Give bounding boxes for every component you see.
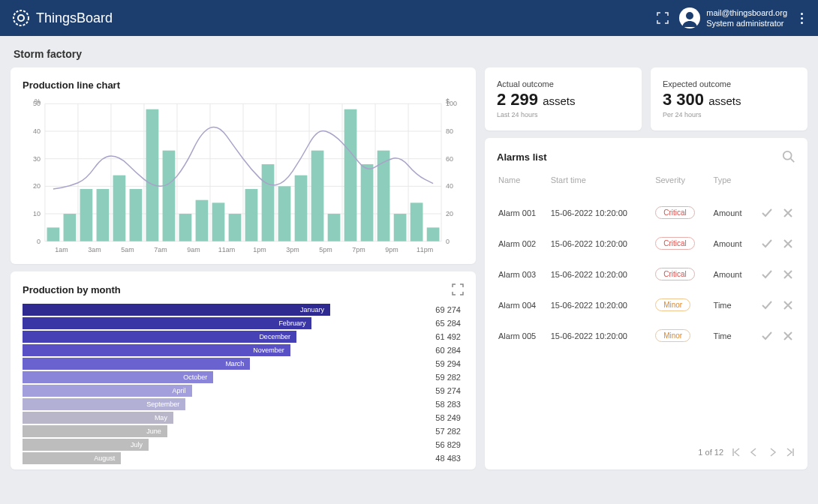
alarm-type: Amount — [714, 260, 759, 289]
svg-rect-54 — [328, 214, 341, 242]
alarm-name: Alarm 004 — [498, 290, 549, 320]
prod-month-row: February65 284 — [23, 316, 464, 330]
alarms-pager: 1 of 12 — [497, 438, 795, 458]
expand-icon[interactable] — [452, 284, 464, 296]
alarm-type: Time — [714, 290, 759, 320]
line-chart-title: Production line chart — [23, 80, 464, 91]
svg-text:3pm: 3pm — [286, 246, 299, 254]
svg-text:1am: 1am — [55, 246, 68, 254]
ack-icon[interactable] — [761, 207, 773, 219]
close-icon[interactable] — [782, 238, 794, 250]
alarm-start: 15-06-2022 10:20:00 — [551, 229, 654, 258]
prod-month-value: 60 284 — [330, 346, 464, 355]
prod-month-row: June57 282 — [23, 424, 464, 438]
ack-icon[interactable] — [761, 299, 773, 311]
svg-text:40: 40 — [446, 182, 453, 190]
svg-text:3am: 3am — [88, 246, 101, 254]
fullscreen-icon[interactable] — [657, 12, 669, 24]
expected-outcome-unit: assets — [708, 94, 741, 107]
production-month-title: Production by month — [23, 284, 452, 296]
expected-outcome-value: 3 300 — [663, 90, 704, 109]
svg-text:20: 20 — [33, 182, 41, 190]
alarm-name: Alarm 002 — [498, 229, 549, 258]
ack-icon[interactable] — [761, 330, 773, 342]
svg-point-73 — [783, 152, 792, 160]
svg-text:60: 60 — [446, 155, 453, 163]
prod-month-value: 58 249 — [330, 413, 464, 422]
prod-month-bar: May — [23, 412, 173, 424]
alarm-row[interactable]: Alarm 00115-06-2022 10:20:00CriticalAmou… — [498, 198, 794, 227]
prod-month-value: 69 274 — [330, 305, 464, 314]
svg-rect-41 — [113, 176, 126, 242]
alarms-title: Alarms list — [497, 152, 782, 163]
prod-month-bar: June — [23, 425, 167, 437]
col-type: Type — [714, 176, 759, 196]
alarm-start: 15-06-2022 10:20:00 — [551, 290, 654, 320]
thingsboard-icon — [12, 9, 30, 27]
ack-icon[interactable] — [761, 238, 773, 250]
prod-month-bar: October — [23, 371, 213, 383]
close-icon[interactable] — [782, 330, 794, 342]
prod-month-row: March59 294 — [23, 357, 464, 370]
pager-first-icon[interactable] — [731, 447, 741, 458]
avatar-icon — [679, 8, 700, 28]
svg-rect-51 — [278, 186, 291, 241]
alarm-row[interactable]: Alarm 00515-06-2022 10:20:00MinorTime — [498, 321, 794, 350]
svg-rect-40 — [97, 189, 110, 242]
pager-prev-icon[interactable] — [749, 447, 759, 458]
alarm-row[interactable]: Alarm 00315-06-2022 10:20:00CriticalAmou… — [498, 260, 794, 289]
prod-month-bar: December — [23, 331, 296, 343]
prod-month-bar: March — [23, 358, 250, 370]
svg-rect-39 — [80, 189, 93, 242]
brand-name: ThingsBoard — [36, 10, 113, 26]
prod-month-bar: November — [23, 344, 290, 356]
svg-text:9am: 9am — [187, 246, 200, 254]
prod-month-value: 48 483 — [330, 454, 464, 463]
severity-pill: Critical — [655, 237, 695, 250]
pager-next-icon[interactable] — [767, 447, 777, 458]
alarm-row[interactable]: Alarm 00215-06-2022 10:20:00CriticalAmou… — [498, 229, 794, 258]
svg-rect-59 — [411, 202, 423, 241]
more-menu-icon[interactable] — [798, 10, 806, 27]
actual-outcome-sub: Last 24 hours — [497, 111, 630, 118]
svg-rect-58 — [394, 214, 407, 242]
actual-outcome-value: 2 299 — [497, 90, 538, 109]
svg-text:11pm: 11pm — [417, 246, 433, 254]
svg-text:5pm: 5pm — [319, 246, 332, 254]
svg-point-1 — [18, 15, 24, 21]
severity-pill: Critical — [655, 268, 695, 280]
svg-text:0: 0 — [446, 238, 450, 245]
svg-text:$: $ — [446, 98, 450, 105]
ack-icon[interactable] — [761, 268, 773, 280]
user-menu[interactable]: mail@thingsboard.org System administrato… — [679, 8, 787, 29]
pager-last-icon[interactable] — [785, 447, 795, 458]
close-icon[interactable] — [782, 268, 794, 280]
brand-logo[interactable]: ThingsBoard — [12, 9, 113, 27]
search-icon[interactable] — [782, 150, 795, 164]
prod-month-bar: April — [23, 385, 192, 397]
svg-text:0: 0 — [37, 238, 41, 245]
user-email: mail@thingsboard.org — [706, 8, 787, 18]
prod-month-row: August48 483 — [23, 452, 464, 465]
prod-month-row: November60 284 — [23, 344, 464, 357]
prod-month-row: May58 249 — [23, 411, 464, 424]
alarms-table: Name Start time Severity Type Alarm 0011… — [497, 174, 795, 352]
line-chart-card: Production line chart 010203040500204060… — [11, 68, 476, 264]
svg-text:30: 30 — [33, 155, 41, 163]
svg-rect-48 — [229, 214, 242, 242]
svg-rect-50 — [262, 164, 275, 242]
col-severity: Severity — [655, 176, 711, 196]
svg-text:10: 10 — [33, 210, 41, 218]
alarm-row[interactable]: Alarm 00415-06-2022 10:20:00MinorTime — [498, 290, 794, 320]
production-month-card: Production by month January69 274Februar… — [11, 272, 476, 470]
severity-pill: Minor — [655, 329, 690, 342]
prod-month-row: January69 274 — [23, 303, 464, 316]
user-role: System administrator — [706, 18, 787, 28]
prod-month-value: 59 294 — [330, 359, 464, 368]
prod-month-value: 58 283 — [330, 400, 464, 409]
alarms-card: Alarms list Name Start time Severity Typ… — [485, 138, 807, 470]
svg-text:9pm: 9pm — [385, 246, 398, 254]
svg-point-0 — [14, 10, 29, 26]
close-icon[interactable] — [782, 207, 794, 219]
close-icon[interactable] — [782, 299, 794, 311]
